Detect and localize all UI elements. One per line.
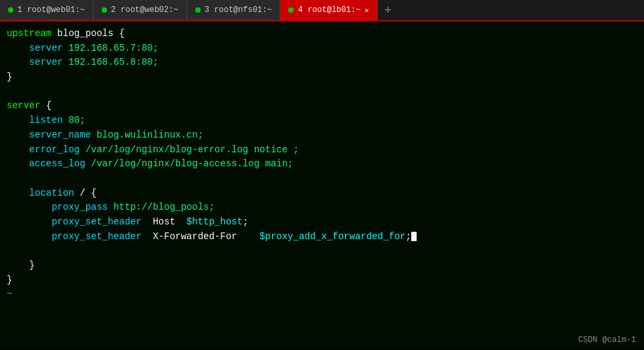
tab-4-close[interactable]: ✕ [364,6,369,15]
code-line-17: } [7,258,637,273]
tab-3[interactable]: 3 root@nfs01:~ [187,0,281,20]
terminal-area: upstream blog_pools { server 192.168.65.… [0,21,644,349]
code-line-19: ~ [7,287,637,302]
tab-bar: 1 root@web01:~ 2 root@web02:~ 3 root@nfs… [0,0,644,21]
code-line-3: server 192.168.65.8:80; [7,55,637,70]
code-line-18: } [7,273,637,288]
tab-3-label: 3 root@nfs01:~ [205,5,272,15]
tab-2-dot [102,7,107,13]
code-line-13: proxy_pass http://blog_pools; [7,200,637,215]
tab-2-label: 2 root@web02:~ [111,5,179,15]
tab-4-dot [288,7,294,13]
code-line-12: location / { [7,186,637,201]
code-line-11 [7,172,637,186]
code-line-10: access_log /var/log/nginx/blog-access.lo… [7,157,637,172]
code-line-8: server_name blog.wulinlinux.cn; [7,128,637,143]
code-line-1: upstream blog_pools { [7,27,637,41]
code-line-14: proxy_set_header Host $http_host; [7,215,637,230]
tab-3-dot [195,7,201,13]
tab-4[interactable]: 4 root@lb01:~ ✕ [280,0,377,20]
tab-2[interactable]: 2 root@web02:~ [94,0,187,20]
code-line-16 [7,244,637,258]
new-tab-button[interactable]: + [378,0,399,20]
watermark: CSDN @calm-1 [578,335,636,345]
code-line-6: server { [7,99,637,114]
tab-4-label: 4 root@lb01:~ [298,5,360,15]
tab-1[interactable]: 1 root@web01:~ [0,0,94,20]
tab-1-dot [8,7,13,13]
code-line-4: } [7,70,637,85]
code-line-9: error_log /var/log/nginx/blog-error.log … [7,143,637,158]
tab-1-label: 1 root@web01:~ [17,5,85,15]
code-line-15: proxy_set_header X-Forwarded-For $proxy_… [7,230,637,244]
code-line-5 [7,85,637,100]
code-line-7: listen 80; [7,114,637,128]
code-line-2: server 192.168.65.7:80; [7,41,637,56]
terminal-cursor [411,232,417,241]
